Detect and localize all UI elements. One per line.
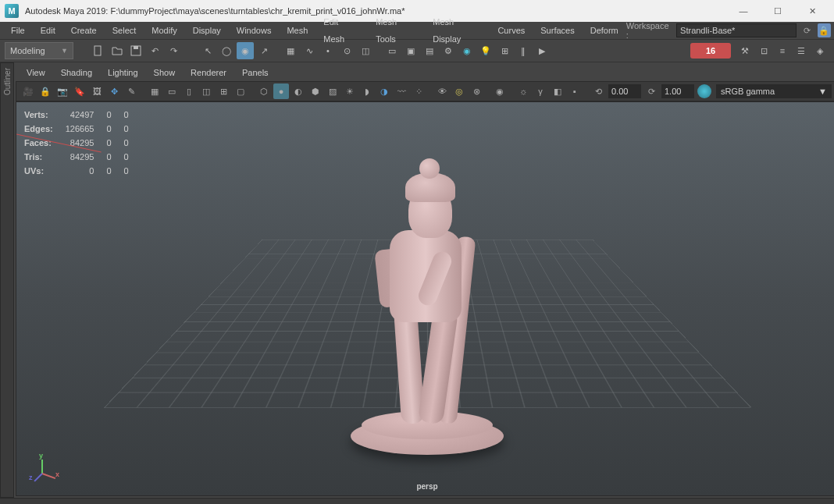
resolution-gate-icon[interactable]: ▯ [181, 83, 197, 99]
menu-set-dropdown[interactable]: Modeling ▼ [5, 42, 73, 59]
multisample-icon[interactable]: ⁘ [411, 83, 426, 99]
move-tool-icon[interactable]: ↗ [255, 42, 273, 59]
menu-curves[interactable]: Curves [490, 22, 533, 39]
lock-camera-icon[interactable]: 🔒 [37, 83, 53, 99]
render-frame-icon[interactable]: ▣ [402, 42, 419, 59]
play-icon[interactable]: ▶ [533, 42, 551, 59]
main-menubar: File Edit Create Select Modify Display W… [0, 22, 834, 39]
panel-menu-lighting[interactable]: Lighting [100, 68, 146, 77]
textured-icon[interactable]: ▨ [325, 83, 340, 99]
modeling-toolkit-icon[interactable]: ⊡ [756, 43, 772, 59]
use-all-lights-icon[interactable]: ☀ [342, 83, 358, 99]
xray-icon[interactable]: ◎ [451, 83, 467, 99]
new-scene-icon[interactable] [90, 42, 107, 59]
chevron-down-icon: ▼ [818, 87, 827, 96]
gamma-reset-icon[interactable]: ⟳ [643, 83, 659, 99]
gamma-value[interactable]: 1.00 [661, 84, 694, 98]
render-settings-icon[interactable]: ⚙ [440, 42, 457, 59]
toolbox-icon[interactable]: ⚒ [737, 43, 753, 59]
ambient-occlusion-icon[interactable]: ◑ [376, 83, 392, 99]
pause-icon[interactable]: ‖ [515, 42, 532, 59]
motion-blur-icon[interactable]: 〰 [394, 83, 409, 99]
hud-row-uvs: UVs:000 [24, 165, 141, 177]
hypershade-icon[interactable]: ◉ [458, 42, 476, 59]
lock-icon[interactable]: 🔒 [818, 23, 831, 37]
menu-display[interactable]: Display [185, 22, 229, 39]
snap-point-icon[interactable]: • [319, 42, 337, 59]
camera-attributes-icon[interactable]: 📷 [55, 83, 70, 99]
gamma-icon[interactable]: γ [533, 83, 548, 99]
grid-icon[interactable]: ▦ [147, 83, 162, 99]
view-transform-icon[interactable]: ◧ [550, 83, 565, 99]
lasso-tool-icon[interactable]: ◯ [218, 42, 235, 59]
wireframe-icon[interactable]: ⬡ [256, 83, 272, 99]
colorspace-value: sRGB gamma [721, 87, 775, 96]
attribute-editor-icon[interactable]: ≡ [775, 43, 790, 59]
exposure-value[interactable]: 0.00 [608, 84, 641, 98]
panel-menu-view[interactable]: View [19, 68, 53, 77]
bookmark-icon[interactable]: 🔖 [72, 83, 87, 99]
panel-menu-shading[interactable]: Shading [53, 68, 100, 77]
panel-menu-panels[interactable]: Panels [234, 68, 276, 77]
undo-icon[interactable]: ↶ [146, 42, 163, 59]
open-scene-icon[interactable] [109, 42, 126, 59]
select-tool-icon[interactable]: ↖ [199, 42, 216, 59]
menu-modify[interactable]: Modify [144, 22, 184, 39]
grease-pencil-icon[interactable]: ✎ [123, 83, 139, 99]
menu-select[interactable]: Select [105, 22, 144, 39]
isolate-select-icon[interactable]: 👁 [434, 83, 450, 99]
background-color-icon[interactable]: ▪ [567, 83, 583, 99]
3d-viewport[interactable]: Verts:4249700 Edges:12666500 Faces:84295… [16, 101, 834, 496]
color-swatch-icon[interactable] [697, 84, 711, 98]
outliner-tab[interactable]: Outliner [0, 62, 14, 498]
depth-of-field-icon[interactable]: ◉ [492, 83, 508, 99]
exposure-reset-icon[interactable]: ⟲ [590, 83, 606, 99]
channel-box-icon[interactable]: ◈ [812, 43, 828, 59]
save-scene-icon[interactable] [127, 42, 144, 59]
gate-mask-icon[interactable]: ◫ [198, 83, 214, 99]
toggle-panel-icon[interactable]: ⊞ [496, 42, 513, 59]
minimize-button[interactable]: — [726, 0, 761, 22]
xray-joints-icon[interactable]: ⊗ [469, 83, 484, 99]
menu-windows[interactable]: Windows [229, 22, 280, 39]
redo-icon[interactable]: ↷ [165, 42, 182, 59]
wireframe-on-shaded-icon[interactable]: ⬢ [308, 83, 323, 99]
panel-menu-renderer[interactable]: Renderer [183, 68, 234, 77]
snap-view-icon[interactable]: ◫ [357, 42, 374, 59]
hud-row-edges: Edges:12666500 [24, 122, 141, 135]
safe-action-icon[interactable]: ▢ [233, 83, 248, 99]
shadows-icon[interactable]: ◗ [359, 83, 375, 99]
exposure-icon[interactable]: ☼ [515, 83, 531, 99]
tool-settings-icon[interactable]: ☰ [793, 43, 809, 59]
snap-center-icon[interactable]: ⊙ [338, 42, 355, 59]
select-camera-icon[interactable]: 🎥 [20, 83, 36, 99]
ipr-render-icon[interactable]: ▤ [421, 42, 438, 59]
colorspace-dropdown[interactable]: sRGB gamma ▼ [716, 84, 832, 98]
paint-select-icon[interactable]: ◉ [237, 42, 254, 59]
menu-edit[interactable]: Edit [33, 22, 63, 39]
menu-create[interactable]: Create [63, 22, 105, 39]
image-plane-icon[interactable]: 🖼 [89, 83, 105, 99]
menu-deform[interactable]: Deform [583, 22, 626, 39]
chevron-down-icon: ▼ [61, 47, 68, 55]
maximize-button[interactable]: ☐ [761, 0, 795, 22]
smooth-shade-icon[interactable]: ● [273, 83, 289, 99]
film-gate-icon[interactable]: ▭ [164, 83, 180, 99]
menu-file[interactable]: File [3, 22, 33, 39]
use-default-material-icon[interactable]: ◐ [290, 83, 306, 99]
panel-menu-show[interactable]: Show [146, 68, 184, 77]
workspace-label: Workspace : [626, 21, 672, 40]
character-model[interactable] [341, 127, 513, 455]
menu-mesh[interactable]: Mesh [279, 22, 315, 39]
menu-surfaces[interactable]: Surfaces [533, 22, 582, 39]
render-view-icon[interactable]: ▭ [383, 42, 401, 59]
snap-curve-icon[interactable]: ∿ [301, 42, 318, 59]
snap-grid-icon[interactable]: ▦ [282, 42, 299, 59]
svg-rect-2 [134, 46, 138, 49]
light-editor-icon[interactable]: 💡 [477, 42, 494, 59]
workspace-dropdown[interactable]: Strandli-Base* [676, 23, 797, 37]
field-chart-icon[interactable]: ⊞ [216, 83, 231, 99]
workspace-reset-icon[interactable]: ⟳ [800, 23, 814, 38]
2d-pan-icon[interactable]: ✥ [106, 83, 122, 99]
close-button[interactable]: ✕ [795, 0, 829, 22]
